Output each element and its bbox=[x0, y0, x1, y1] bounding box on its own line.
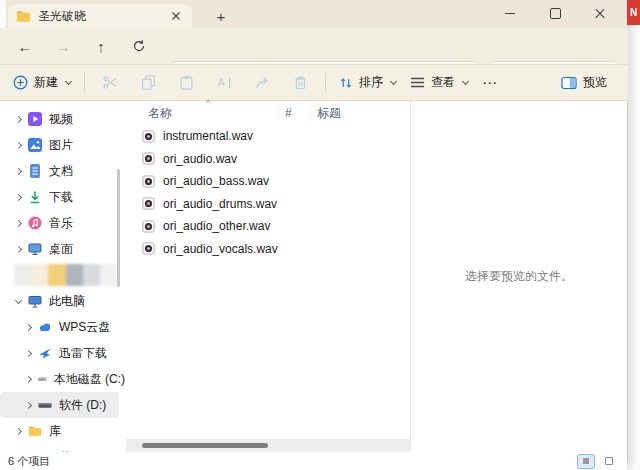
audio-file-icon bbox=[142, 130, 155, 143]
file-name: ori_audio_bass.wav bbox=[163, 174, 269, 188]
chevron-right-icon[interactable] bbox=[25, 375, 32, 382]
sort-button[interactable]: 排序 bbox=[332, 69, 403, 97]
view-toggles bbox=[577, 454, 613, 469]
window-controls bbox=[501, 0, 609, 26]
sidebar-item-redacted[interactable] bbox=[14, 264, 117, 286]
pictures-icon bbox=[28, 138, 42, 152]
delete-button[interactable] bbox=[281, 69, 319, 97]
sidebar-item-thunder-downloads[interactable]: 迅雷下载 bbox=[0, 340, 125, 366]
chevron-right-icon[interactable] bbox=[15, 193, 22, 200]
copy-button[interactable] bbox=[129, 69, 167, 97]
forward-button[interactable]: → bbox=[50, 33, 76, 59]
sidebar-item-label: 本地磁盘 (C:) bbox=[54, 371, 125, 388]
sidebar-item-label: 迅雷下载 bbox=[59, 345, 107, 362]
paste-button[interactable] bbox=[167, 69, 205, 97]
back-button[interactable]: ← bbox=[12, 33, 38, 59]
rename-button[interactable]: A bbox=[205, 69, 243, 97]
chevron-down-icon bbox=[462, 77, 469, 84]
sidebar-item-documents[interactable]: 文档 bbox=[0, 158, 125, 184]
file-row[interactable]: ori_audio_bass.wav bbox=[126, 170, 410, 193]
column-header-name[interactable]: 名称 bbox=[126, 105, 278, 122]
chevron-right-icon[interactable] bbox=[15, 245, 22, 252]
folder-icon bbox=[16, 9, 31, 24]
music-icon bbox=[28, 216, 42, 230]
chevron-right-icon[interactable] bbox=[25, 349, 32, 356]
sidebar-item-software-d[interactable]: 软件 (D:) bbox=[0, 392, 119, 418]
tab-bar: 圣光破晓 + bbox=[0, 0, 627, 28]
up-button[interactable]: ↑ bbox=[88, 33, 114, 59]
sort-arrows-icon bbox=[339, 76, 353, 90]
column-header-title[interactable]: 标题 bbox=[310, 105, 341, 122]
chevron-right-icon[interactable] bbox=[25, 323, 32, 330]
minimize-button[interactable] bbox=[501, 4, 519, 22]
chevron-down-icon bbox=[390, 77, 397, 84]
sidebar-item-label: 音乐 bbox=[49, 215, 73, 232]
desktop: 圣光破晓 + ← → ↑ › bbox=[0, 0, 640, 470]
downloads-icon bbox=[28, 190, 42, 204]
preview-toggle-label: 预览 bbox=[583, 74, 607, 91]
chevron-right-icon[interactable] bbox=[15, 219, 22, 226]
cut-button[interactable] bbox=[91, 69, 129, 97]
chevron-right-icon[interactable] bbox=[15, 141, 22, 148]
tab-title: 圣光破晓 bbox=[38, 8, 161, 25]
sort-ascending-icon: ^ bbox=[206, 98, 210, 108]
chevron-right-icon[interactable] bbox=[15, 427, 22, 434]
chevron-down-icon bbox=[65, 77, 72, 84]
sidebar-item-label: WPS云盘 bbox=[59, 319, 110, 336]
cloud-icon bbox=[38, 320, 52, 334]
explorer-tab[interactable]: 圣光破晓 bbox=[8, 4, 192, 28]
refresh-button[interactable] bbox=[126, 33, 152, 59]
audio-file-icon bbox=[142, 197, 155, 210]
chevron-right-icon[interactable] bbox=[15, 167, 22, 174]
sidebar-item-network[interactable]: 网络 bbox=[0, 444, 125, 452]
documents-icon bbox=[28, 164, 42, 178]
sidebar-scrollbar[interactable] bbox=[117, 169, 120, 287]
file-row[interactable]: instrumental.wav bbox=[126, 125, 410, 148]
chevron-right-icon[interactable] bbox=[25, 401, 32, 408]
main-content: 视频 图片 文档 下载 bbox=[0, 101, 627, 452]
plus-circle-icon bbox=[13, 75, 28, 90]
maximize-button[interactable] bbox=[546, 4, 564, 22]
sidebar-item-label: 文档 bbox=[49, 163, 73, 180]
file-row[interactable]: ori_audio.wav bbox=[126, 148, 410, 171]
sidebar-item-music[interactable]: 音乐 bbox=[0, 210, 125, 236]
file-list-pane: ^ 名称 # 标题 instrumental.wav ori_audio.wav… bbox=[126, 101, 410, 452]
preview-toggle-button[interactable]: 预览 bbox=[554, 69, 614, 97]
tab-close-icon[interactable] bbox=[168, 8, 184, 24]
sidebar-item-label: 软件 (D:) bbox=[59, 397, 106, 414]
sidebar-item-local-disk-c[interactable]: 本地磁盘 (C:) bbox=[0, 366, 125, 392]
large-icons-view-toggle[interactable] bbox=[605, 457, 613, 465]
sidebar-item-libraries[interactable]: 库 bbox=[0, 418, 125, 444]
sidebar-item-desktop[interactable]: 桌面 bbox=[0, 236, 125, 262]
sidebar-item-this-pc[interactable]: 此电脑 bbox=[0, 288, 125, 314]
more-button[interactable]: ⋯ bbox=[475, 69, 505, 97]
new-button[interactable]: 新建 bbox=[6, 69, 78, 97]
sidebar-item-pictures[interactable]: 图片 bbox=[0, 132, 125, 158]
share-button[interactable] bbox=[243, 69, 281, 97]
close-button[interactable] bbox=[591, 4, 609, 22]
file-row[interactable]: ori_audio_drums.wav bbox=[126, 193, 410, 216]
background-window-fragment[interactable]: N bbox=[627, 0, 640, 25]
column-header-number[interactable]: # bbox=[278, 106, 310, 120]
file-row[interactable]: ori_audio_other.wav bbox=[126, 215, 410, 238]
horizontal-scrollbar-thumb[interactable] bbox=[142, 443, 268, 448]
column-headers: ^ 名称 # 标题 bbox=[126, 101, 410, 125]
audio-file-icon bbox=[142, 175, 155, 188]
view-button[interactable]: 查看 bbox=[403, 69, 475, 97]
horizontal-scrollbar[interactable] bbox=[126, 439, 410, 452]
sidebar-item-downloads[interactable]: 下载 bbox=[0, 184, 125, 210]
command-toolbar: 新建 A bbox=[0, 64, 628, 101]
sidebar-item-label: 此电脑 bbox=[49, 293, 85, 310]
new-tab-button[interactable]: + bbox=[210, 5, 232, 27]
sidebar-item-videos[interactable]: 视频 bbox=[0, 106, 125, 132]
navigation-bar: ← → ↑ › "浏览器下载"中的搜索结果 › 圣光破晓 在 圣光破晓 中搜 bbox=[0, 28, 628, 64]
sidebar-item-label: 视频 bbox=[49, 111, 73, 128]
details-view-toggle[interactable] bbox=[577, 454, 595, 469]
videos-icon bbox=[28, 112, 42, 126]
file-explorer-window: 圣光破晓 + ← → ↑ › bbox=[0, 0, 628, 470]
chevron-down-icon[interactable] bbox=[15, 296, 22, 303]
chevron-right-icon[interactable] bbox=[15, 115, 22, 122]
sidebar-item-wps-cloud[interactable]: WPS云盘 bbox=[0, 314, 125, 340]
sidebar-item-label: 桌面 bbox=[49, 241, 73, 258]
file-row[interactable]: ori_audio_vocals.wav bbox=[126, 238, 410, 261]
